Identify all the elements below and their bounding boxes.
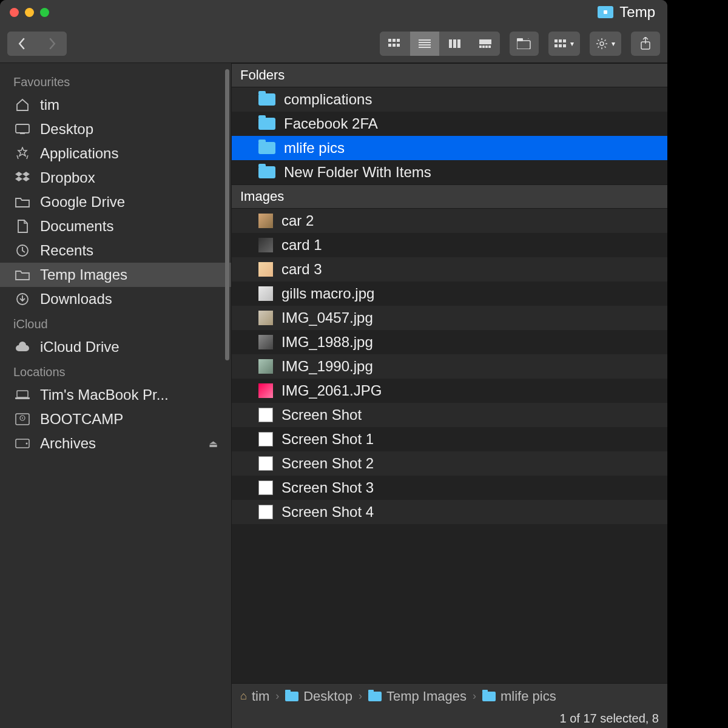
- gallery-icon: [479, 39, 491, 48]
- sidebar-item[interactable]: BOOTCAMP: [0, 407, 231, 431]
- item-name: IMG_0457.jpg: [281, 309, 373, 326]
- chevron-left-icon: [18, 38, 26, 50]
- file-row[interactable]: IMG_1990.jpg: [232, 354, 667, 379]
- svg-rect-19: [517, 38, 523, 41]
- home-icon: [13, 98, 32, 112]
- folder-row[interactable]: Facebook 2FA: [232, 112, 667, 136]
- folder-icon: [598, 6, 613, 18]
- folder-row[interactable]: New Folder With Items: [232, 160, 667, 184]
- file-row[interactable]: IMG_2061.JPG: [232, 379, 667, 403]
- window-title: Temp: [598, 4, 655, 21]
- svg-rect-33: [17, 391, 28, 397]
- sidebar-item[interactable]: Documents: [0, 214, 231, 238]
- list-view-button[interactable]: [410, 32, 439, 56]
- sidebar-item-label: Downloads: [40, 291, 112, 308]
- folder-icon: [13, 197, 32, 207]
- file-row[interactable]: Screen Shot: [232, 403, 667, 427]
- minimize-button[interactable]: [25, 8, 34, 17]
- file-row[interactable]: car 2: [232, 209, 667, 233]
- chevron-right-icon: [48, 38, 56, 50]
- item-name: gills macro.jpg: [281, 285, 374, 302]
- sidebar-item-label: Dropbox: [40, 169, 95, 186]
- group-icon: [554, 39, 567, 48]
- folder-icon: [368, 692, 382, 701]
- sidebar-item[interactable]: tim: [0, 93, 231, 117]
- content-section-header: Images: [232, 184, 667, 209]
- breadcrumb-item[interactable]: Temp Images: [368, 689, 467, 704]
- file-list[interactable]: FolderscomplicationsFacebook 2FAmlife pi…: [232, 63, 667, 683]
- close-button[interactable]: [10, 8, 19, 17]
- svg-rect-22: [559, 39, 562, 42]
- sidebar-item[interactable]: Downloads: [0, 287, 231, 311]
- svg-rect-13: [479, 39, 491, 44]
- breadcrumb-item[interactable]: ⌂tim: [240, 689, 269, 704]
- back-button[interactable]: [7, 32, 36, 56]
- svg-point-27: [600, 42, 604, 46]
- item-name: Screen Shot 2: [281, 455, 374, 472]
- gallery-view-button[interactable]: [471, 32, 500, 56]
- share-icon: [640, 37, 651, 50]
- breadcrumb-item[interactable]: Desktop: [285, 689, 352, 704]
- sidebar-item[interactable]: Applications: [0, 141, 231, 166]
- drive-icon: [13, 439, 32, 448]
- sidebar-item[interactable]: iCloud Drive: [0, 335, 231, 359]
- sidebar-section-label: Favourites: [0, 69, 231, 93]
- file-row[interactable]: card 1: [232, 233, 667, 257]
- file-row[interactable]: Screen Shot 1: [232, 427, 667, 451]
- image-thumbnail-icon: [258, 505, 273, 519]
- item-name: Facebook 2FA: [284, 115, 378, 132]
- forward-button[interactable]: [38, 32, 67, 56]
- svg-rect-18: [517, 41, 530, 49]
- icon-view-button[interactable]: [380, 32, 409, 56]
- sidebar-item[interactable]: Dropbox: [0, 166, 231, 190]
- new-folder-button[interactable]: +: [510, 32, 539, 56]
- folder-icon: [258, 118, 275, 130]
- sidebar-item[interactable]: Temp Images: [0, 263, 231, 287]
- file-row[interactable]: IMG_1988.jpg: [232, 330, 667, 354]
- svg-rect-25: [559, 44, 562, 47]
- grid-icon: [388, 39, 400, 49]
- eject-icon[interactable]: ⏏: [209, 438, 218, 450]
- sidebar-item[interactable]: Recents: [0, 238, 231, 263]
- column-view-button[interactable]: [440, 32, 470, 56]
- file-row[interactable]: IMG_0457.jpg: [232, 306, 667, 330]
- zoom-button[interactable]: [40, 8, 49, 17]
- sidebar-item[interactable]: Archives⏏: [0, 431, 231, 456]
- folder-icon: [258, 93, 275, 106]
- file-row[interactable]: Screen Shot 2: [232, 451, 667, 476]
- home-icon: ⌂: [240, 690, 247, 703]
- sidebar-item[interactable]: Google Drive: [0, 190, 231, 214]
- action-menu-button[interactable]: ▾: [590, 32, 621, 56]
- file-row[interactable]: card 3: [232, 257, 667, 281]
- item-name: New Folder With Items: [284, 164, 431, 181]
- sidebar-item[interactable]: Tim's MacBook Pr...: [0, 383, 231, 407]
- file-row[interactable]: Screen Shot 3: [232, 476, 667, 500]
- folder-row[interactable]: complications: [232, 87, 667, 112]
- columns-icon: [449, 39, 461, 48]
- path-bar[interactable]: ⌂tim›Desktop›Temp Images›mlife pics: [232, 683, 667, 709]
- svg-rect-17: [488, 46, 491, 48]
- folder-icon: [258, 166, 275, 178]
- share-button[interactable]: [631, 32, 660, 56]
- content-area: FolderscomplicationsFacebook 2FAmlife pi…: [232, 63, 667, 728]
- svg-rect-5: [397, 44, 400, 47]
- image-thumbnail-icon: [258, 456, 273, 471]
- file-row[interactable]: gills macro.jpg: [232, 281, 667, 306]
- group-by-button[interactable]: ▾: [548, 32, 580, 56]
- svg-rect-11: [453, 39, 456, 48]
- file-row[interactable]: Screen Shot 4: [232, 500, 667, 524]
- sidebar-item-label: Documents: [40, 218, 113, 235]
- folder-icon: [285, 692, 298, 701]
- sidebar-item-label: iCloud Drive: [40, 339, 120, 356]
- folder-row[interactable]: mlife pics: [232, 136, 667, 160]
- svg-rect-10: [449, 39, 452, 48]
- breadcrumb-item[interactable]: mlife pics: [482, 689, 556, 704]
- item-name: mlife pics: [284, 140, 345, 157]
- image-thumbnail-icon: [258, 311, 273, 325]
- sidebar[interactable]: FavouritestimDesktopApplicationsDropboxG…: [0, 63, 232, 728]
- svg-rect-3: [388, 44, 391, 47]
- sidebar-item[interactable]: Desktop: [0, 117, 231, 141]
- svg-rect-6: [419, 39, 431, 41]
- sidebar-item-label: Recents: [40, 242, 93, 259]
- item-name: Screen Shot 1: [281, 431, 374, 448]
